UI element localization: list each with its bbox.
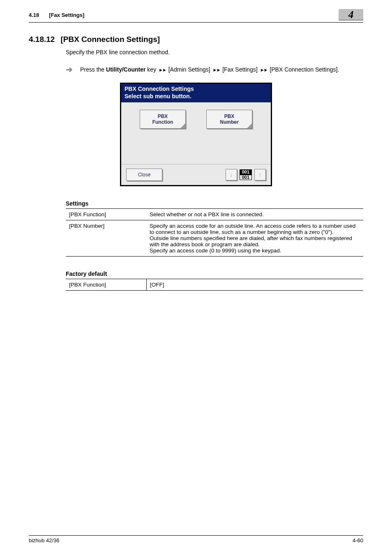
factory-value: [OFF] — [147, 279, 364, 291]
pbx-number-label-2: Number — [220, 119, 238, 125]
pbx-number-button[interactable]: PBX Number — [206, 110, 252, 129]
device-title-line2: Select sub menu button. — [125, 93, 267, 100]
page-total: 001 — [240, 175, 252, 180]
table-row: [PBX Number] Specify an access code for … — [66, 220, 363, 257]
breadcrumb: [Fax Settings] — [222, 66, 258, 73]
page-up-button[interactable]: ↑ — [254, 169, 266, 180]
page-footer: bizhub 42/36 4-60 — [29, 535, 363, 543]
settings-desc: Specify an access code for an outside li… — [146, 220, 363, 257]
chevron-icon: ►► — [159, 67, 166, 72]
settings-key: [PBX Function] — [66, 209, 146, 220]
pbx-function-label-2: Function — [152, 119, 173, 125]
breadcrumb: [PBX Connection Settings]. — [270, 66, 339, 73]
pbx-number-label-1: PBX — [220, 113, 238, 119]
factory-default-label: Factory default — [66, 271, 363, 277]
step-bold: Utility/Counter — [106, 66, 145, 73]
pager: ↓ 001 001 ↑ — [226, 169, 266, 180]
chapter-badge: 4 — [339, 9, 363, 21]
running-header: 4.18 [Fax Settings] 4 — [29, 9, 363, 21]
dogear-icon — [180, 123, 185, 128]
chevron-icon: ►► — [260, 67, 267, 72]
device-title: PBX Connection Settings Select sub menu … — [121, 84, 271, 102]
pbx-function-button[interactable]: PBX Function — [140, 110, 186, 129]
step-prefix: Press the — [80, 66, 106, 73]
step-text: Press the Utility/Counter key ►► [Admin … — [80, 66, 339, 73]
dogear-icon — [247, 123, 252, 128]
section-heading: 4.18.12 [PBX Connection Settings] — [29, 35, 363, 44]
page-down-button[interactable]: ↓ — [226, 169, 237, 180]
header-rule — [29, 22, 363, 23]
footer-page-number: 4-60 — [353, 537, 363, 543]
navigation-step: ➜ Press the Utility/Counter key ►► [Admi… — [66, 65, 363, 74]
chevron-icon: ►► — [213, 67, 220, 72]
settings-key: [PBX Number] — [66, 220, 146, 257]
footer-model: bizhub 42/36 — [29, 537, 59, 543]
step-arrow-icon: ➜ — [66, 65, 73, 74]
header-section-number: 4.18 — [29, 12, 39, 18]
device-screenshot: PBX Connection Settings Select sub menu … — [120, 83, 272, 186]
factory-key: [PBX Function] — [66, 279, 147, 291]
pbx-function-label-1: PBX — [152, 113, 173, 119]
header-section-title: [Fax Settings] — [49, 12, 84, 18]
page-counter: 001 001 — [240, 169, 252, 180]
step-after-bold: key — [145, 66, 158, 73]
close-button[interactable]: Close — [126, 169, 162, 181]
intro-text: Specify the PBX line connection method. — [66, 49, 363, 56]
device-title-line1: PBX Connection Settings — [125, 86, 267, 93]
heading-number: 4.18.12 — [29, 35, 55, 44]
page-current: 001 — [240, 169, 252, 175]
factory-default-table: [PBX Function] [OFF] — [66, 279, 363, 291]
settings-desc: Select whether or not a PBX line is conn… — [146, 209, 363, 220]
breadcrumb: [Admin Settings] — [168, 66, 210, 73]
table-row: [PBX Function] [OFF] — [66, 279, 363, 291]
settings-label: Settings — [66, 200, 363, 207]
settings-table: [PBX Function] Select whether or not a P… — [66, 208, 363, 257]
heading-title: [PBX Connection Settings] — [60, 35, 160, 44]
table-row: [PBX Function] Select whether or not a P… — [66, 209, 363, 220]
